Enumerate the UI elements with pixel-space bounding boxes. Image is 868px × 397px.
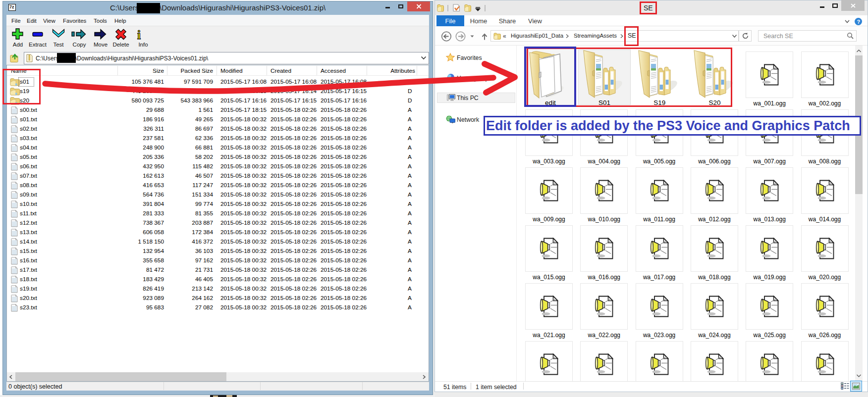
- svg-text:i: i: [137, 28, 141, 42]
